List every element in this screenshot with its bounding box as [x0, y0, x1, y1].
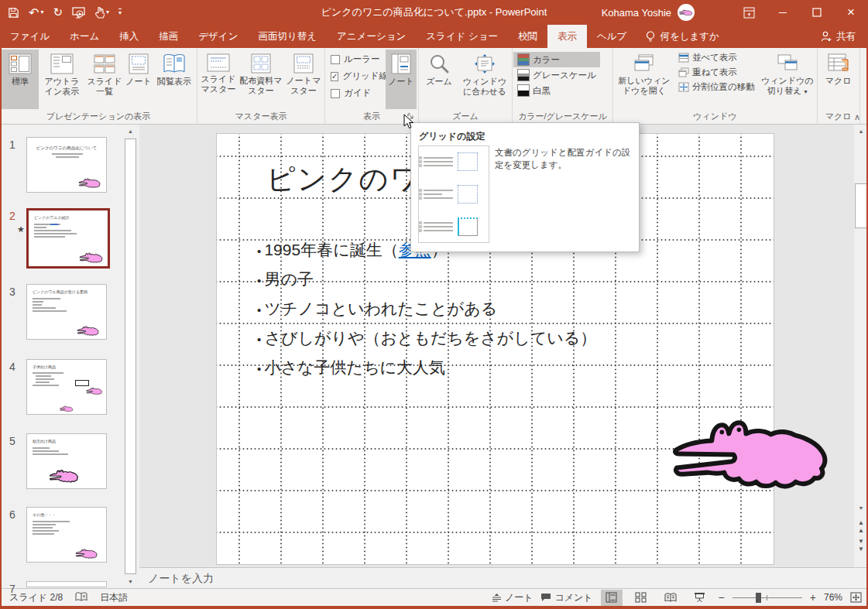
slide-6-thumbnail[interactable]: その他・・・ [26, 507, 107, 563]
slide-2-thumbnail-selected[interactable]: ピンクのワニの紹介 [26, 208, 110, 269]
slideshow-status-button[interactable] [689, 590, 711, 606]
thumbnail-row[interactable]: 6 その他・・・ [0, 507, 124, 563]
normal-view-button[interactable]: 標準 [2, 50, 39, 109]
fit-slide-to-window-icon[interactable] [850, 592, 862, 603]
group-show: ルーラー ✓ グリッド線 ガイド ノート 表示 [325, 48, 419, 124]
group-master-views: スライドマスター 配布資料マスター ノートマスター マスター表示 [197, 48, 325, 124]
black-white-button[interactable]: 白黒 [513, 83, 600, 98]
slide-1-thumbnail[interactable]: ピンクのワニの商品化について [26, 137, 107, 193]
switch-windows-button[interactable]: ウィンドウの切り替え ▾ [760, 50, 815, 109]
scrollbar-thumb[interactable] [125, 139, 136, 574]
comments-toggle[interactable]: コメント [540, 591, 592, 604]
tab-animations[interactable]: アニメーション [327, 25, 416, 48]
scroll-down-icon[interactable]: ▼ [124, 575, 137, 588]
normal-view-status-button[interactable] [601, 590, 623, 606]
zoom-slider-thumb[interactable] [756, 593, 761, 603]
color-button[interactable]: カラー [513, 52, 600, 67]
reading-view-status-button[interactable] [660, 590, 681, 606]
user-name[interactable]: Kohama Yoshie [602, 7, 671, 19]
save-icon[interactable] [8, 7, 19, 19]
scrollbar-thumb[interactable] [855, 183, 867, 228]
notes-master-button[interactable]: ノートマスター [284, 50, 323, 109]
speech-bubble-thumb [75, 380, 89, 386]
notes-status-icon [492, 594, 502, 602]
slide-4-thumbnail[interactable]: 子供向け商品 [26, 359, 107, 415]
tab-transitions[interactable]: 画面切り替え [248, 25, 327, 48]
cascade-button[interactable]: 重ねて表示 [674, 65, 759, 80]
arrange-all-icon [678, 53, 689, 63]
thumbnail-row[interactable]: 7 [0, 581, 124, 595]
user-avatar[interactable] [678, 4, 695, 21]
tab-review[interactable]: 校閲 [508, 25, 547, 48]
thumbnail-row[interactable]: 2 ★ ピンクのワニの紹介 [0, 208, 124, 269]
zoom-out-button[interactable]: − [719, 591, 725, 604]
thumbnail-row[interactable]: 5 幼児向け商品 [0, 433, 124, 489]
normal-view-icon [9, 53, 32, 74]
tab-help[interactable]: ヘルプ [587, 25, 636, 48]
ribbon-display-options-icon[interactable] [732, 0, 766, 25]
pink-crocodile-thumb [79, 251, 104, 264]
gridlines-checkbox[interactable]: ✓ グリッド線 [331, 70, 382, 82]
tab-draw[interactable]: 描画 [149, 25, 188, 48]
slide-5-thumbnail[interactable]: 幼児向け商品 [26, 433, 107, 489]
touch-mouse-mode-icon[interactable]: ▾ [94, 7, 109, 19]
close-button[interactable]: × [834, 0, 868, 25]
collapse-ribbon-icon[interactable]: ∧ [854, 112, 860, 122]
undo-icon[interactable]: ↶▾ [29, 5, 43, 20]
zoom-button[interactable]: ズーム [420, 50, 458, 109]
slide-number: 7 [0, 581, 26, 595]
thumbnail-row[interactable]: 1 ピンクのワニの商品化について [0, 137, 124, 193]
tab-view[interactable]: 表示 [547, 25, 587, 48]
maximize-button[interactable] [800, 0, 834, 25]
zoom-in-button[interactable]: + [810, 591, 816, 604]
outline-view-button[interactable]: アウトライン表示 [40, 50, 84, 109]
arrange-all-button[interactable]: 並べて表示 [674, 50, 759, 65]
guides-checkbox[interactable]: ガイド [331, 87, 382, 99]
notes-pane[interactable]: ノートを入力 [139, 567, 868, 588]
slide-7-thumbnail[interactable] [26, 581, 107, 587]
grayscale-button[interactable]: グレースケール [513, 67, 600, 83]
minimize-button[interactable]: ─ [766, 0, 800, 25]
scroll-up-icon[interactable]: ▲ [124, 125, 137, 138]
group-label-window: ウィンドウ [614, 110, 816, 124]
redo-icon[interactable]: ↻ [53, 5, 63, 19]
dropdown-arrow-icon: ▾ [106, 9, 109, 15]
notes-page-button[interactable]: ノート [125, 50, 152, 109]
slide-3-thumbnail[interactable]: ピンクのワニ商品が受ける要因 [26, 284, 107, 340]
share-button[interactable]: 共有 [808, 25, 868, 48]
tab-insert[interactable]: 挿入 [109, 25, 149, 48]
tab-design[interactable]: デザイン [188, 25, 248, 48]
zoom-slider[interactable] [732, 597, 802, 598]
slide-master-icon [207, 53, 230, 72]
group-label-presentation: プレゼンテーションの表示 [1, 110, 196, 124]
start-slideshow-icon[interactable] [72, 7, 85, 19]
tab-file[interactable]: ファイル [0, 25, 60, 48]
thumbnail-scrollbar[interactable]: ▲ ▼ [124, 125, 137, 588]
zoom-level[interactable]: 76% [824, 592, 842, 603]
handout-master-button[interactable]: 配布資料マスター [239, 50, 283, 109]
customize-qat-icon[interactable]: ▾ [118, 9, 122, 16]
pink-crocodile-drawing[interactable] [669, 408, 836, 495]
ruler-checkbox[interactable]: ルーラー [331, 53, 382, 65]
tab-home[interactable]: ホーム [60, 25, 109, 48]
move-split-button[interactable]: 分割位置の移動 [674, 80, 759, 94]
slide-sorter-status-button[interactable] [630, 590, 652, 606]
notes-toggle-button[interactable]: ノート [386, 50, 417, 109]
tell-me-box[interactable]: 何をしますか [636, 25, 728, 48]
reading-view-icon [163, 53, 186, 74]
thumbnail-row[interactable]: 3 ピンクのワニ商品が受ける要因 [0, 284, 124, 340]
new-window-button[interactable]: 新しいウィンドウを開く [615, 50, 674, 109]
tab-slideshow[interactable]: スライド ショー [416, 25, 508, 48]
lightbulb-icon [646, 31, 655, 43]
macros-button[interactable]: マクロ [819, 50, 858, 109]
thumbnail-row[interactable]: 4 子供向け商品 [0, 359, 124, 415]
animation-star-icon[interactable]: ★ [17, 224, 25, 234]
slide-sorter-button[interactable]: スライド一覧 [85, 50, 124, 109]
reading-view-button[interactable]: 閲覧表示 [153, 50, 195, 109]
slide-body-text[interactable]: 1995年春に誕生（参照） 男の子 ツチノコといわれたことがある さびしがりや（… [257, 236, 596, 383]
slide-number: 4 [0, 359, 26, 415]
fit-to-window-button[interactable]: ウィンドウに合わせる [459, 50, 510, 109]
group-presentation-views: 標準 アウトライン表示 スライド一覧 ノート 閲覧表示 プレゼンテーションの表示 [0, 48, 197, 124]
notes-toggle[interactable]: ノート [492, 591, 533, 604]
slide-master-button[interactable]: スライドマスター [199, 50, 238, 109]
